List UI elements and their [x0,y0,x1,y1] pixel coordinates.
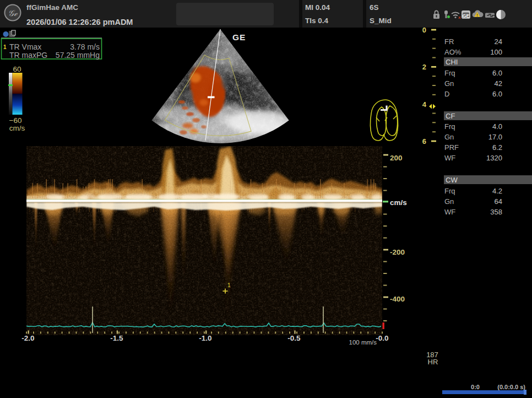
svg-text:64: 64 [495,197,502,206]
svg-text:-1.0: -1.0 [199,334,211,342]
svg-text:6.0: 6.0 [492,90,502,98]
svg-text:57.25 mmHg: 57.25 mmHg [56,51,100,60]
svg-text:-0.0: -0.0 [376,334,388,342]
svg-text:Frq: Frq [444,122,455,131]
svg-text:MI 0.04: MI 0.04 [305,3,330,12]
svg-text:GE: GE [232,33,246,42]
svg-text:WF: WF [444,208,455,216]
svg-text:CF: CF [446,112,455,120]
svg-text:-0.5: -0.5 [287,334,301,342]
svg-text:4.0: 4.0 [492,122,502,131]
svg-text:24: 24 [495,37,502,46]
svg-text:0: 0 [422,26,426,34]
svg-text:PRF: PRF [444,143,459,152]
svg-text:!: ! [476,13,477,17]
svg-text:-1.5: -1.5 [110,334,123,342]
svg-text:TR maxPG: TR maxPG [9,51,47,60]
svg-text:AO%: AO% [444,48,462,56]
svg-text:1: 1 [3,44,7,50]
svg-text:Gn: Gn [444,133,454,141]
svg-text:Frq: Frq [444,187,455,195]
svg-text:Gn: Gn [444,197,454,206]
svg-text:TR Vmax: TR Vmax [9,42,41,51]
svg-text:2026/01/06 12:26:26 pmADM: 2026/01/06 12:26:26 pmADM [26,18,133,26]
svg-text:1320: 1320 [486,154,502,162]
svg-text:358: 358 [490,208,502,216]
svg-text:0:0: 0:0 [471,384,480,390]
svg-text:4: 4 [422,100,427,109]
svg-text:-2.0: -2.0 [21,334,34,342]
svg-text:S_Mid: S_Mid [370,17,392,25]
svg-text:17.0: 17.0 [488,133,502,141]
svg-text:-200: -200 [390,248,405,256]
svg-text:HR: HR [428,358,438,366]
svg-text:100: 100 [490,48,502,56]
svg-text:D: D [444,90,449,98]
svg-text:1: 1 [227,282,231,288]
svg-text:Frq: Frq [444,69,455,77]
svg-text:CHI: CHI [446,58,458,66]
svg-text:2: 2 [422,63,426,71]
svg-text:ffGimHae AMC: ffGimHae AMC [26,3,78,12]
svg-text:(0.0:0.0 s): (0.0:0.0 s) [497,384,525,390]
svg-text:x: x [458,15,461,20]
svg-text:6.2: 6.2 [492,143,502,152]
svg-text:𝒢ℯ: 𝒢ℯ [8,8,18,18]
svg-text:6.0: 6.0 [492,69,502,77]
svg-text:FR: FR [444,37,454,46]
svg-text:3.78 m/s: 3.78 m/s [70,42,100,51]
svg-text:cm/s: cm/s [390,198,407,207]
svg-text:6S: 6S [370,3,379,12]
svg-text:60: 60 [13,65,21,73]
svg-text:TIs 0.4: TIs 0.4 [305,17,329,25]
svg-text:200: 200 [390,154,403,162]
svg-text:GE: GE [463,13,470,19]
svg-text:CW: CW [446,176,458,184]
svg-text:−60: −60 [9,116,22,125]
svg-text:42: 42 [495,79,502,88]
svg-text:Gn: Gn [444,79,454,88]
svg-text:cm/s: cm/s [9,124,25,132]
svg-text:6: 6 [422,137,426,146]
svg-text:4.2: 4.2 [492,187,502,195]
svg-text:100 mm/s: 100 mm/s [349,339,377,346]
svg-text:-400: -400 [390,295,405,303]
svg-text:WF: WF [444,154,455,162]
